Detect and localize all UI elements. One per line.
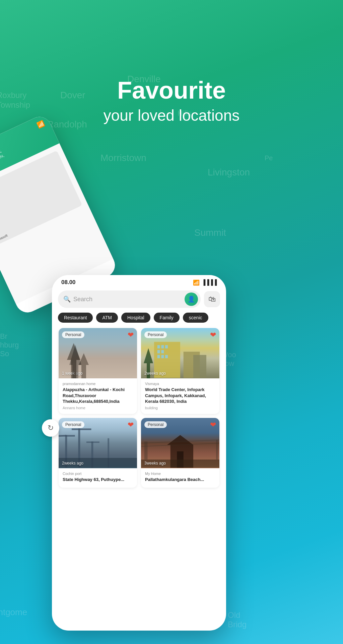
status-icons: 📶 ▐▐▐▐ [193,279,217,286]
map-label-pe: Pe [265,154,273,162]
search-avatar-button[interactable]: 👤 [185,292,198,306]
card-source-4: My Home [145,472,215,476]
svg-marker-30 [216,440,218,460]
hero-subtitle: your loved locations [0,106,343,124]
card-title-2: World Trade Center, Infopark Campus, Inf… [145,387,215,405]
card-source-2: Vismaya [145,382,215,386]
svg-rect-4 [161,345,164,348]
search-bag-button[interactable]: 🛍 [204,291,220,307]
svg-marker-29 [144,441,148,460]
card-title-1: Alappuzha - Arthunkal - Kochi Road,Thura… [63,387,133,405]
main-phone: 08.00 📶 ▐▐▐▐ 🔍 Search 👤 🛍 Restaurant ATM… [52,275,226,631]
location-card-3[interactable]: Personal ❤ 2weeks ago Cochin port State … [59,418,137,488]
svg-rect-9 [161,355,164,358]
status-bar: 08.00 📶 ▐▐▐▐ [52,275,226,288]
battery-icon: ▐▐▐▐ [202,279,217,285]
hero-title: Favourite [0,77,343,104]
card-subtitle-1: Annans home [63,406,133,410]
filter-chip-family[interactable]: Family [154,313,180,323]
card-heart-3[interactable]: ❤ [128,421,134,429]
card-subtitle-2: building [145,406,215,410]
tilted-map-label: Aabasoft [0,233,8,243]
search-icon: 🔍 [63,296,71,303]
status-time: 08.00 [61,279,76,286]
svg-marker-23 [167,435,193,445]
card-source-1: pramodannan home [63,382,133,386]
card-body-1: pramodannan home Alappuzha - Arthunkal -… [59,378,137,414]
card-heart-4[interactable]: ❤ [210,421,216,429]
svg-rect-8 [157,355,160,358]
card-image-2: Personal ❤ 2weeks ago [141,328,219,378]
map-label-oldbridge: OldBridg [228,610,247,629]
filter-chip-restaurant[interactable]: Restaurant [58,313,93,323]
svg-rect-5 [165,345,168,348]
svg-rect-18 [72,428,91,430]
svg-rect-7 [161,350,164,354]
card-image-4: Personal ❤ 3weeks ago [141,418,219,468]
card-body-2: Vismaya World Trade Center, Infopark Cam… [141,378,219,414]
location-cards-grid: Personal ❤ 1 week ago pramodannan home A… [52,326,226,490]
map-label-bridgeburg: BrhburgSo [0,332,19,358]
card-source-3: Cochin port [63,472,133,476]
card-badge-2: Personal [144,331,167,338]
card-time-2: 2weeks ago [144,371,166,376]
card-time-4: 3weeks ago [144,461,166,466]
card-image-1: Personal ❤ 1 week ago [59,328,137,378]
bag-icon: 🛍 [208,295,216,304]
wifi-status-icon: 📶 [193,279,200,286]
card-image-3: Personal ❤ 2weeks ago [59,418,137,468]
card-badge-3: Personal [62,421,84,428]
svg-rect-6 [157,350,160,354]
search-input-wrap[interactable]: 🔍 Search 👤 [58,290,201,308]
svg-rect-20 [86,441,99,443]
hero-section: Favourite your loved locations [0,77,343,124]
map-label-livingston: Livingston [208,167,250,178]
card-badge-4: Personal [144,421,167,428]
svg-rect-10 [165,355,168,358]
map-label-summit: Summit [194,227,226,238]
filter-chip-hospital[interactable]: Hospital [121,313,150,323]
filter-chips-row: Restaurant ATM Hospital Family scenic [52,308,226,326]
refresh-button[interactable]: ↻ [42,419,59,437]
card-time-3: 2weeks ago [62,461,83,466]
search-bar[interactable]: 🔍 Search 👤 🛍 [58,290,220,308]
filter-chip-scenic[interactable]: scenic [183,313,208,323]
location-card-4[interactable]: Personal ❤ 3weeks ago My Home Pallathamk… [141,418,219,488]
filter-chip-atm[interactable]: ATM [96,313,118,323]
card-heart-2[interactable]: ❤ [210,331,216,339]
card-title-3: State Highway 63, Puthuype... [63,477,133,483]
card-time-1: 1 week ago [62,371,82,376]
map-label-morristown: Morristown [100,153,146,163]
location-card-1[interactable]: Personal ❤ 1 week ago pramodannan home A… [59,328,137,414]
card-title-4: Pallathamkulangara Beach... [145,477,215,483]
card-heart-1[interactable]: ❤ [128,331,134,339]
location-card-2[interactable]: Personal ❤ 2weeks ago Vismaya World Trad… [141,328,219,414]
map-label-montgomery: ontgome [0,607,27,618]
svg-rect-12 [193,355,206,378]
card-body-4: My Home Pallathamkulangara Beach... [141,468,219,488]
svg-rect-3 [157,345,160,348]
card-badge-1: Personal [62,331,84,338]
avatar-icon: 👤 [188,296,195,303]
search-placeholder-text: Search [73,296,185,303]
card-body-3: Cochin port State Highway 63, Puthuype..… [59,468,137,488]
